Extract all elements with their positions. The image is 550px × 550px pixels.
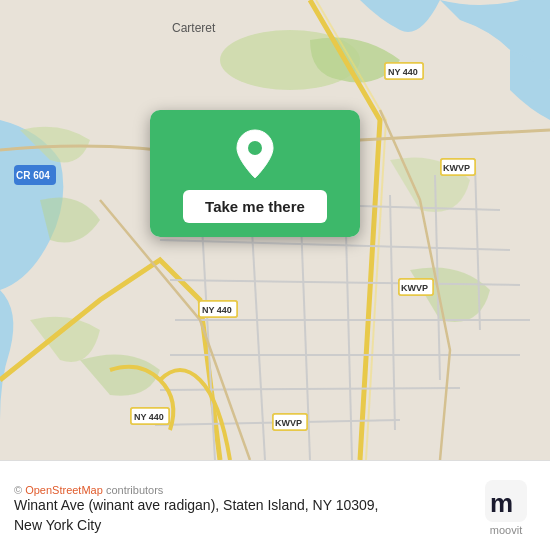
svg-text:KWVP: KWVP xyxy=(275,418,302,428)
svg-text:CR 604: CR 604 xyxy=(16,170,50,181)
copyright-symbol: © xyxy=(14,484,22,496)
moovit-icon: m xyxy=(485,480,527,522)
openstreetmap-credit: © OpenStreetMap contributors xyxy=(14,484,394,496)
contributors-text: contributors xyxy=(106,484,163,496)
svg-text:NY 440: NY 440 xyxy=(134,412,164,422)
take-me-there-button[interactable]: Take me there xyxy=(183,190,327,223)
location-pin-icon xyxy=(233,128,277,180)
popup-card: Take me there xyxy=(150,110,360,237)
address-line: Winant Ave (winant ave radigan), Staten … xyxy=(14,496,394,535)
svg-point-23 xyxy=(248,141,262,155)
svg-text:KWVP: KWVP xyxy=(443,163,470,173)
svg-text:KWVP: KWVP xyxy=(401,283,428,293)
bottom-left: © OpenStreetMap contributors Winant Ave … xyxy=(14,480,394,535)
map-container: Carteret CR 604 NY 440 NY 440 NY 440 KWV… xyxy=(0,0,550,460)
openstreetmap-link[interactable]: OpenStreetMap xyxy=(25,484,103,496)
svg-text:Carteret: Carteret xyxy=(172,21,216,35)
moovit-label: moovit xyxy=(490,524,522,536)
svg-text:NY 440: NY 440 xyxy=(388,67,418,77)
moovit-logo: m moovit xyxy=(476,480,536,536)
popup-green-area: Take me there xyxy=(150,110,360,237)
svg-text:NY 440: NY 440 xyxy=(202,305,232,315)
svg-text:m: m xyxy=(490,488,513,518)
bottom-bar: © OpenStreetMap contributors Winant Ave … xyxy=(0,460,550,550)
